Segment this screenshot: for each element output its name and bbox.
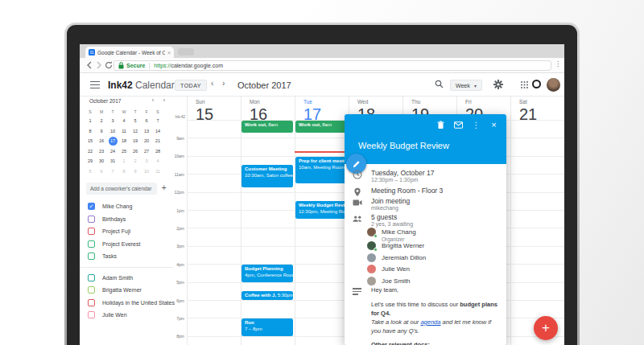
new-tab-button[interactable] <box>178 48 194 55</box>
delete-icon[interactable] <box>436 121 445 129</box>
mini-calendar-day[interactable]: 9 <box>96 126 107 137</box>
mini-calendar-day[interactable]: 22 <box>85 146 96 157</box>
apps-grid-icon[interactable] <box>521 81 522 83</box>
mini-calendar-day[interactable]: 5 <box>85 166 96 177</box>
mini-calendar-day[interactable]: 8 <box>85 126 96 137</box>
calendar-list-item[interactable]: Julie Wen <box>80 309 173 322</box>
mini-calendar-day[interactable]: 17 <box>107 136 118 146</box>
calendar-list-item[interactable]: Tasks <box>80 250 173 263</box>
mini-calendar-day[interactable]: 6 <box>96 166 107 177</box>
calendar-checkbox[interactable] <box>88 286 95 294</box>
more-options-icon[interactable]: ⋮ <box>472 121 481 129</box>
mini-calendar-day[interactable]: 3 <box>141 156 152 166</box>
prev-week-icon[interactable]: ‹ <box>211 79 213 88</box>
calendar-list-item[interactable]: Brigatta Werner <box>80 284 173 297</box>
calendar-list-item[interactable]: Holidays in the United States <box>80 297 173 310</box>
mini-calendar-day[interactable]: 10 <box>107 126 118 137</box>
mini-calendar-day[interactable]: 5 <box>130 116 141 126</box>
mini-calendar-day[interactable]: 7 <box>107 166 118 177</box>
add-coworker-calendar-input[interactable]: Add a coworker's calendar <box>86 183 157 195</box>
event-customer-meeting[interactable]: Customer Meeting10:30am, Salon coffee s <box>242 165 293 187</box>
mini-calendar-day[interactable]: 10 <box>141 166 152 177</box>
today-button[interactable]: TODAY <box>175 80 207 91</box>
calendar-checkbox[interactable] <box>88 274 95 281</box>
mini-calendar-day[interactable]: 15 <box>85 136 96 146</box>
calendar-checkbox[interactable] <box>88 228 95 235</box>
tab-close-icon[interactable]: × <box>167 50 171 55</box>
mini-calendar-day[interactable]: 1 <box>118 156 130 166</box>
search-icon[interactable] <box>435 80 444 88</box>
mini-calendar-day[interactable]: 1 <box>85 116 96 126</box>
account-ring-icon[interactable] <box>532 80 541 88</box>
close-icon[interactable]: × <box>489 121 498 129</box>
event-prep-for-client-meeting[interactable]: Prep for client meeting10am, Meeting Roo… <box>295 157 347 183</box>
forward-icon[interactable] <box>94 60 104 70</box>
settings-gear-icon[interactable] <box>493 80 503 89</box>
mini-calendar-day[interactable]: 12 <box>130 126 141 137</box>
mini-calendar-day[interactable]: 26 <box>130 146 141 157</box>
view-selector-dropdown[interactable]: Week▾ <box>450 80 482 91</box>
mini-calendar-day[interactable]: 18 <box>118 136 130 146</box>
guest-row[interactable]: ✓Brigitta Werner <box>367 241 424 250</box>
mini-calendar-day[interactable]: 3 <box>107 116 118 126</box>
calendar-list-item[interactable]: ✓Mike Chang <box>80 200 173 213</box>
calendar-checkbox[interactable] <box>88 299 95 306</box>
mini-calendar-day[interactable]: 2 <box>130 156 141 166</box>
mini-calendar-day[interactable]: 30 <box>96 156 107 166</box>
event-budget-planning[interactable]: Budget Planning4pm, Conference Room <box>242 265 293 282</box>
mini-calendar-day[interactable]: 25 <box>118 146 130 157</box>
guest-row[interactable]: ✓Mike ChangOrganizer <box>367 228 416 242</box>
mini-calendar-day[interactable]: 4 <box>118 116 130 126</box>
browser-menu-icon[interactable]: ⋮ <box>555 61 561 68</box>
email-icon[interactable] <box>454 121 463 129</box>
main-menu-icon[interactable] <box>90 81 100 88</box>
mini-prev-icon[interactable]: ‹ <box>152 97 154 103</box>
event-weekly-budget-review[interactable]: Weekly Budget Review12:30pm, Meeting Roo… <box>295 201 347 219</box>
mini-calendar-day[interactable]: 20 <box>141 136 152 146</box>
create-event-fab[interactable]: + <box>534 316 558 340</box>
mini-calendar-day[interactable]: 21 <box>152 136 163 146</box>
calendar-checkbox[interactable] <box>88 311 95 318</box>
url-bar[interactable]: Secure https://calendar.google.com <box>114 60 551 71</box>
mini-calendar-day[interactable]: 6 <box>141 116 152 126</box>
add-calendar-plus-icon[interactable]: + <box>162 183 167 192</box>
next-week-icon[interactable]: › <box>222 79 225 88</box>
mini-calendar-day[interactable]: 16 <box>96 136 107 146</box>
reload-icon[interactable] <box>104 60 114 70</box>
mini-calendar-day[interactable]: 23 <box>96 146 107 157</box>
calendar-checkbox[interactable] <box>88 240 95 248</box>
mini-calendar-day[interactable]: 11 <box>118 126 130 137</box>
mini-calendar-day[interactable]: 19 <box>130 136 141 146</box>
calendar-list-item[interactable]: Adam Smith <box>80 272 173 285</box>
mini-calendar-day[interactable]: 7 <box>152 116 163 126</box>
guest-row[interactable]: Jeremiah Dillon <box>367 253 426 262</box>
mini-calendar-day[interactable]: 29 <box>85 156 96 166</box>
back-icon[interactable] <box>85 60 94 70</box>
mini-next-icon[interactable]: › <box>163 97 165 103</box>
calendar-list-item[interactable]: Project Fuji <box>80 225 173 238</box>
calendar-checkbox[interactable]: ✓ <box>88 203 95 210</box>
event-work-out[interactable]: Work out, 8am <box>242 121 293 133</box>
mini-calendar-day[interactable]: 24 <box>107 146 118 157</box>
user-avatar[interactable] <box>547 78 560 92</box>
mini-calendar-day[interactable]: 2 <box>96 116 107 126</box>
agenda-link[interactable]: agenda <box>420 318 440 326</box>
mini-calendar-day[interactable]: 8 <box>118 166 130 177</box>
mini-calendar-day[interactable]: 4 <box>152 156 163 166</box>
calendar-list-item[interactable]: Project Everest <box>80 238 173 251</box>
event-run[interactable]: Run7 – 8pm <box>242 318 293 336</box>
event-work-out[interactable]: Work out, 8am <box>295 121 347 133</box>
guest-row[interactable]: Julie Wen <box>367 265 410 273</box>
mini-calendar-day[interactable]: 13 <box>141 126 152 137</box>
calendar-checkbox[interactable] <box>88 253 95 260</box>
mini-calendar-day[interactable]: 27 <box>141 146 152 157</box>
event-coffee-with-j[interactable]: Coffee with J, 5:30pm <box>242 291 293 300</box>
mini-calendar-day[interactable]: 31 <box>107 156 118 166</box>
calendar-checkbox[interactable] <box>88 216 95 223</box>
browser-tab[interactable]: 31 Google Calendar - Week of Oc × <box>85 47 174 58</box>
mini-calendar-day[interactable]: 28 <box>152 146 163 157</box>
guest-row[interactable]: Joe Smith <box>367 277 411 285</box>
mini-calendar-day[interactable]: 11 <box>152 166 163 177</box>
mini-calendar-day[interactable]: 9 <box>130 166 141 177</box>
mini-calendar-day[interactable]: 14 <box>152 126 163 137</box>
